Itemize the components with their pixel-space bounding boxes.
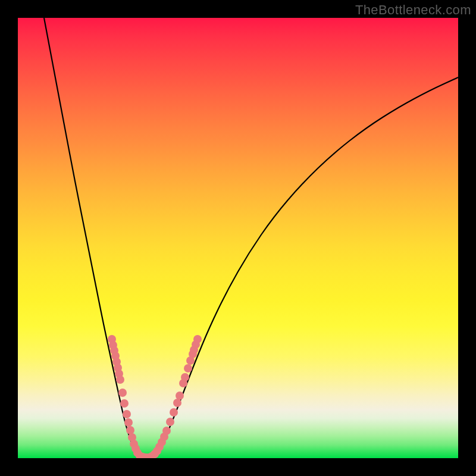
data-dot — [116, 375, 124, 384]
data-dot — [176, 392, 184, 400]
data-dot — [126, 426, 134, 434]
data-dot — [123, 410, 131, 418]
data-dot — [193, 335, 202, 343]
watermark-text: TheBottleneck.com — [355, 2, 471, 18]
data-dot — [170, 408, 178, 416]
chart-svg — [18, 18, 458, 458]
bottleneck-curve — [44, 18, 458, 458]
data-dot — [162, 427, 171, 435]
data-dot — [124, 418, 133, 427]
data-dot — [181, 373, 189, 381]
data-dot — [166, 418, 174, 426]
plot-area — [18, 18, 458, 458]
data-dots — [108, 335, 202, 458]
data-dot — [118, 389, 127, 397]
data-dot — [184, 364, 192, 372]
data-dot — [173, 399, 181, 407]
data-dot — [120, 399, 129, 408]
